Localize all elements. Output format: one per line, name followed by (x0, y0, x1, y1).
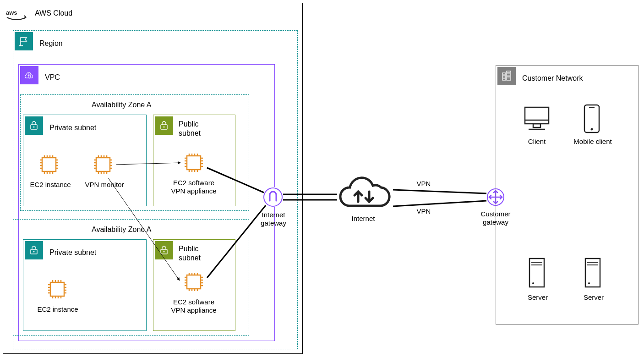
ec2-instance-b-icon (46, 278, 69, 301)
svg-line-134 (393, 201, 486, 206)
ec2-vpn-a-label1: EC2 software (164, 179, 224, 187)
ec2-instance-a-icon (38, 153, 60, 176)
svg-rect-4 (42, 158, 56, 171)
svg-text:aws: aws (6, 9, 17, 16)
svg-rect-101 (502, 73, 506, 80)
vpn-monitor-label: VPN monitor (82, 181, 127, 189)
ec2-instance-b-label: EC2 instance (35, 305, 81, 314)
server-1-icon (527, 257, 547, 289)
az-b-label: Availability Zone A (92, 226, 151, 234)
svg-point-117 (591, 128, 593, 131)
svg-rect-114 (533, 124, 540, 127)
public-subnet-a-label1: Public (179, 120, 199, 128)
server-2-label: Server (575, 293, 612, 302)
private-subnet-b-icon (25, 241, 43, 259)
vpc-label: VPC (45, 73, 60, 82)
region-icon (15, 32, 33, 50)
vpn-label-top: VPN (412, 180, 435, 188)
public-subnet-a-icon (155, 116, 173, 135)
ec2-instance-a-label: EC2 instance (27, 181, 73, 189)
public-subnet-b-label1: Public (179, 245, 199, 253)
svg-point-122 (532, 282, 534, 284)
svg-rect-40 (187, 156, 201, 170)
svg-rect-1 (19, 45, 23, 46)
svg-rect-21 (96, 158, 110, 171)
internet-cloud-icon (334, 176, 394, 217)
aws-cloud-label: AWS Cloud (35, 9, 72, 17)
vpn-label-bottom: VPN (412, 207, 435, 215)
igw-label1: Internet (257, 211, 289, 219)
server-1-label: Server (519, 293, 556, 302)
customer-network-label: Customer Network (522, 74, 583, 83)
svg-point-58 (33, 251, 35, 253)
svg-point-39 (164, 127, 165, 128)
ec2-vpn-appliance-a-icon (182, 151, 205, 174)
svg-rect-123 (585, 259, 600, 287)
private-subnet-a-label: Private subnet (49, 124, 96, 132)
mobile-client-label: Mobile client (570, 138, 616, 146)
az-a-label: Availability Zone A (92, 101, 151, 109)
svg-rect-59 (50, 282, 64, 296)
internet-gateway-icon (263, 187, 283, 207)
public-subnet-b-label2: subnet (179, 254, 201, 262)
region-label: Region (39, 39, 63, 48)
svg-rect-112 (525, 107, 549, 124)
ec2-vpn-appliance-b-icon (182, 270, 205, 293)
svg-point-126 (588, 282, 590, 284)
customer-network-icon (497, 67, 516, 85)
client-label: Client (518, 138, 555, 146)
ec2-vpn-b-label1: EC2 software (164, 298, 224, 306)
public-subnet-b-icon (155, 241, 173, 259)
private-subnet-a-icon (25, 116, 43, 135)
svg-point-3 (33, 127, 35, 128)
public-subnet-a-label2: subnet (179, 129, 201, 138)
mobile-client-icon (582, 104, 602, 134)
svg-point-77 (164, 251, 165, 253)
svg-line-133 (393, 190, 486, 193)
svg-point-95 (264, 188, 282, 206)
ec2-vpn-a-label2: VPN appliance (164, 187, 224, 195)
svg-rect-119 (529, 259, 544, 287)
vpc-icon (20, 66, 38, 84)
server-2-icon (583, 257, 603, 289)
customer-network-box (496, 65, 639, 325)
private-subnet-b-label: Private subnet (49, 248, 96, 257)
ec2-vpn-b-label2: VPN appliance (164, 306, 224, 314)
client-desktop-icon (522, 105, 551, 133)
vpn-monitor-icon (92, 153, 115, 176)
aws-logo-icon: aws (5, 6, 27, 24)
internet-label: Internet (347, 215, 379, 223)
igw-label2: gateway (257, 219, 289, 227)
svg-rect-78 (187, 275, 201, 289)
